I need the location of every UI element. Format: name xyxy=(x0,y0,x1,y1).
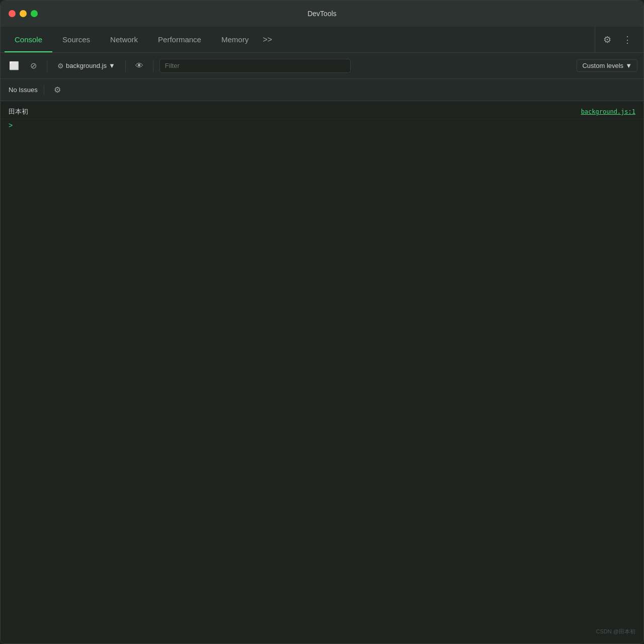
ellipsis-icon: ⋮ xyxy=(623,34,632,45)
clear-icon: ⊘ xyxy=(30,61,37,70)
more-tabs-button[interactable]: >> xyxy=(259,27,276,52)
no-issues-label: No Issues xyxy=(9,86,38,94)
maximize-button[interactable] xyxy=(31,10,38,17)
tab-bar-actions: ⚙ ⋮ xyxy=(595,27,639,52)
custom-levels-label: Custom levels xyxy=(582,62,623,69)
custom-levels-arrow-icon: ▼ xyxy=(625,62,632,69)
title-bar: DevTools xyxy=(1,1,643,27)
issues-bar: No Issues ⚙ xyxy=(1,79,643,101)
toolbar-divider-3 xyxy=(153,60,153,72)
console-prompt-row[interactable]: > xyxy=(1,119,643,131)
issues-gear-icon: ⚙ xyxy=(54,85,61,95)
filter-input[interactable] xyxy=(159,59,351,73)
prompt-chevron-icon: > xyxy=(9,121,13,129)
context-selector[interactable]: ⚙ background.js ▼ xyxy=(53,60,119,72)
sidebar-icon: ⬜ xyxy=(9,61,19,70)
context-gear-icon: ⚙ xyxy=(57,62,64,70)
console-log-row: 田本初 background.js:1 xyxy=(1,105,643,119)
clear-console-button[interactable]: ⊘ xyxy=(26,58,41,73)
tab-sources[interactable]: Sources xyxy=(52,27,100,52)
tab-console[interactable]: Console xyxy=(5,27,52,52)
traffic-lights xyxy=(9,10,38,17)
tab-bar: Console Sources Network Performance Memo… xyxy=(1,27,643,53)
issues-settings-button[interactable]: ⚙ xyxy=(50,83,64,97)
console-toolbar: ⬜ ⊘ ⚙ background.js ▼ 👁 Custom levels ▼ xyxy=(1,53,643,79)
more-options-button[interactable]: ⋮ xyxy=(619,32,635,48)
toolbar-divider-1 xyxy=(47,60,47,72)
tab-memory[interactable]: Memory xyxy=(211,27,259,52)
toolbar-divider-2 xyxy=(125,60,126,72)
tab-list: Console Sources Network Performance Memo… xyxy=(5,27,591,52)
console-source-link[interactable]: background.js:1 xyxy=(581,108,635,115)
eye-button[interactable]: 👁 xyxy=(132,58,147,73)
close-button[interactable] xyxy=(9,10,16,17)
console-area: 田本初 background.js:1 > CSDN @田本初 xyxy=(1,101,643,643)
settings-button[interactable]: ⚙ xyxy=(599,32,615,48)
context-arrow-icon: ▼ xyxy=(109,62,115,69)
gear-icon: ⚙ xyxy=(603,34,611,45)
tab-network[interactable]: Network xyxy=(100,27,148,52)
context-label: background.js xyxy=(66,62,107,69)
issues-divider xyxy=(44,85,44,95)
custom-levels-button[interactable]: Custom levels ▼ xyxy=(577,59,637,72)
toggle-sidebar-button[interactable]: ⬜ xyxy=(7,58,22,73)
watermark: CSDN @田本初 xyxy=(596,628,635,635)
console-row-content: 田本初 background.js:1 xyxy=(9,107,635,116)
console-message: 田本初 xyxy=(9,107,28,116)
window-title: DevTools xyxy=(307,10,337,18)
devtools-window: DevTools Console Sources Network Perform… xyxy=(0,0,644,644)
minimize-button[interactable] xyxy=(20,10,27,17)
eye-icon: 👁 xyxy=(135,61,143,70)
tab-performance[interactable]: Performance xyxy=(148,27,211,52)
